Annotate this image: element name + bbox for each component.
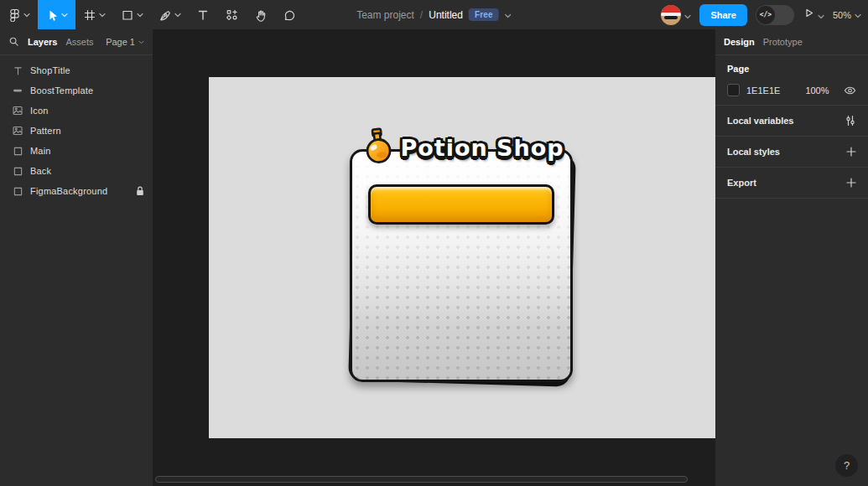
text-tool-icon bbox=[196, 8, 210, 22]
layer-row-icon[interactable]: Icon bbox=[0, 101, 153, 121]
move-tool-icon bbox=[45, 8, 59, 22]
rectangle-tool-icon bbox=[121, 8, 134, 22]
share-button[interactable]: Share bbox=[699, 4, 747, 26]
pen-tool-icon bbox=[159, 8, 172, 22]
text-tool-button[interactable] bbox=[189, 0, 217, 29]
canvas[interactable]: Potion Shop bbox=[153, 29, 715, 486]
shape-tool-button[interactable] bbox=[113, 0, 151, 29]
layers-panel: Layers Assets Page 1 ShopTitle BoostTemp… bbox=[0, 29, 153, 486]
layer-row-boosttemplate[interactable]: BoostTemplate bbox=[0, 80, 153, 101]
tab-layers[interactable]: Layers bbox=[28, 37, 57, 47]
breadcrumb: Team project / Untitled Free bbox=[356, 0, 512, 29]
shop-yellow-button[interactable] bbox=[368, 184, 554, 225]
layer-row-shoptitle[interactable]: ShopTitle bbox=[0, 60, 153, 80]
chevron-down-icon bbox=[61, 13, 68, 18]
chevron-down-icon bbox=[818, 8, 824, 23]
image-layer-icon bbox=[12, 106, 23, 116]
breadcrumb-file: Untitled bbox=[429, 9, 463, 21]
tab-prototype[interactable]: Prototype bbox=[763, 37, 803, 47]
local-variables-section[interactable]: Local variables bbox=[715, 106, 868, 137]
layer-row-main[interactable]: Main bbox=[0, 141, 153, 161]
potion-icon bbox=[356, 122, 402, 172]
actions-tool-button[interactable] bbox=[217, 0, 247, 29]
tool-group bbox=[0, 0, 304, 29]
horizontal-scrollbar[interactable] bbox=[155, 476, 688, 483]
design-panel: Design Prototype Page 1E1E1E 100% Loca bbox=[715, 29, 868, 486]
rectangle-layer-icon bbox=[12, 187, 23, 196]
layer-row-figmabackground[interactable]: FigmaBackground bbox=[0, 181, 153, 201]
chevron-down-icon bbox=[137, 13, 143, 18]
layers-list: ShopTitle BoostTemplate Icon bbox=[0, 55, 153, 201]
help-button[interactable]: ? bbox=[835, 454, 858, 477]
search-icon[interactable] bbox=[8, 36, 19, 49]
export-section[interactable]: Export bbox=[715, 168, 868, 199]
page-color-opacity[interactable]: 100% bbox=[805, 85, 829, 96]
code-icon: </> bbox=[756, 6, 775, 24]
local-styles-section[interactable]: Local styles bbox=[715, 137, 868, 168]
plus-icon[interactable] bbox=[846, 178, 856, 188]
image-layer-icon bbox=[12, 126, 23, 136]
chevron-down-icon bbox=[23, 13, 30, 18]
figma-background-layer[interactable]: Potion Shop bbox=[209, 77, 715, 438]
color-swatch[interactable] bbox=[727, 84, 740, 96]
plus-icon[interactable] bbox=[846, 147, 856, 157]
breadcrumb-separator: / bbox=[420, 9, 423, 21]
breadcrumb-project[interactable]: Team project bbox=[356, 9, 414, 21]
hand-tool-button[interactable] bbox=[247, 0, 275, 29]
variables-icon[interactable] bbox=[845, 115, 856, 127]
comment-tool-button[interactable] bbox=[275, 0, 304, 29]
line-layer-icon bbox=[12, 85, 23, 96]
shop-title[interactable]: Potion Shop bbox=[360, 127, 564, 168]
comment-tool-icon bbox=[283, 8, 296, 22]
frame-tool-icon bbox=[83, 8, 96, 22]
chevron-down-icon[interactable] bbox=[505, 9, 512, 21]
page-section: Page 1E1E1E 100% bbox=[715, 55, 868, 106]
page-selector[interactable]: Page 1 bbox=[106, 37, 144, 47]
present-icon bbox=[803, 7, 815, 23]
page-color-hex[interactable]: 1E1E1E bbox=[746, 85, 780, 96]
chevron-down-icon bbox=[855, 10, 861, 20]
pen-tool-button[interactable] bbox=[151, 0, 189, 29]
tab-design[interactable]: Design bbox=[724, 37, 755, 47]
chevron-down-icon bbox=[684, 8, 691, 23]
figma-menu-icon bbox=[8, 8, 21, 22]
account-menu[interactable] bbox=[661, 5, 691, 25]
frame-tool-button[interactable] bbox=[75, 0, 113, 29]
figma-app: Team project / Untitled Free Share </> bbox=[0, 0, 868, 486]
layer-row-back[interactable]: Back bbox=[0, 161, 153, 181]
eye-icon[interactable] bbox=[844, 85, 856, 96]
zoom-control[interactable]: 50% bbox=[833, 10, 861, 20]
main-menu-button[interactable] bbox=[0, 0, 38, 29]
text-layer-icon bbox=[12, 66, 23, 75]
rectangle-layer-icon bbox=[12, 147, 23, 156]
toolbar-right: Share </> 50% bbox=[661, 0, 861, 29]
avatar bbox=[661, 5, 681, 25]
chevron-down-icon bbox=[174, 13, 181, 18]
present-button[interactable] bbox=[803, 7, 824, 23]
actions-tool-icon bbox=[225, 8, 239, 22]
tab-assets[interactable]: Assets bbox=[65, 37, 93, 47]
move-tool-button[interactable] bbox=[38, 0, 75, 29]
dev-mode-toggle[interactable]: </> bbox=[756, 5, 794, 25]
shop-title-text: Potion Shop bbox=[400, 135, 564, 161]
lock-icon[interactable] bbox=[136, 186, 144, 196]
chevron-down-icon bbox=[99, 13, 106, 18]
hand-tool-icon bbox=[254, 8, 268, 22]
page-section-title: Page bbox=[727, 64, 749, 74]
zoom-level: 50% bbox=[833, 10, 851, 20]
toolbar: Team project / Untitled Free Share </> bbox=[0, 0, 868, 29]
shop-card-group[interactable]: Potion Shop bbox=[350, 149, 574, 384]
layer-row-pattern[interactable]: Pattern bbox=[0, 121, 153, 141]
plan-badge[interactable]: Free bbox=[469, 8, 499, 21]
rectangle-layer-icon bbox=[12, 167, 23, 176]
